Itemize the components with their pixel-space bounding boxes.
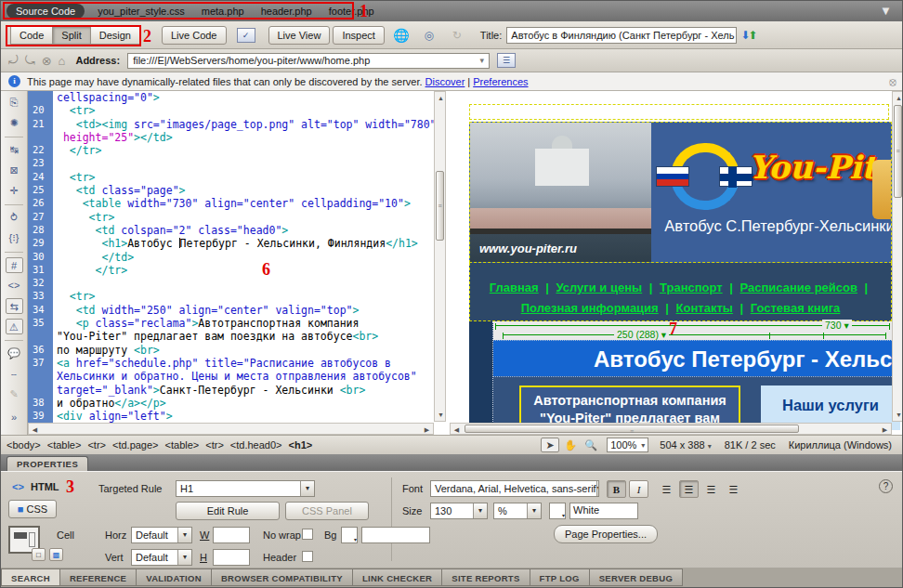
discover-link[interactable]: Discover — [425, 76, 465, 87]
forward-icon[interactable]: ⤿ — [25, 53, 35, 68]
code-line[interactable]: 36по маршруту <br> — [28, 344, 434, 357]
results-tab-search[interactable]: SEARCH — [1, 568, 60, 586]
code-line[interactable]: 33 <tr> — [28, 290, 434, 303]
design-view-button[interactable]: Design — [90, 26, 140, 45]
column-width-menu[interactable]: 250 (288) ▾ — [614, 329, 669, 340]
targeted-rule-select[interactable]: H1▾ — [176, 480, 315, 497]
bg-color-field[interactable] — [361, 527, 430, 543]
tag-selector-item[interactable]: <td.page> — [112, 439, 159, 451]
design-vertical-scrollbar[interactable]: ▲ ≡ ▼ — [892, 91, 903, 422]
code-line[interactable]: 26 <table width="730" align="center" cel… — [28, 197, 434, 210]
code-line[interactable]: 25 <td class="page"> — [28, 184, 434, 197]
balance-braces-icon[interactable]: {⁝} — [6, 230, 23, 246]
code-line[interactable]: cellspacing="0"> — [28, 91, 434, 104]
html-mode-button[interactable]: HTML — [31, 481, 59, 492]
results-tab-server-debug[interactable]: SERVER DEBUG — [590, 568, 683, 586]
vert-select[interactable]: Default▾ — [131, 549, 192, 566]
tag-selector-item[interactable]: <body> — [7, 439, 41, 451]
related-file-tab[interactable]: header.php — [261, 6, 312, 17]
code-line[interactable]: 39<div align="left"> — [28, 410, 434, 423]
code-line[interactable]: 27 <tr> — [28, 211, 434, 224]
collapse-full-tag-icon[interactable]: ↹ — [6, 142, 23, 158]
code-line[interactable]: 37<a href="schedule.php" title="Расписан… — [28, 357, 434, 370]
code-line[interactable]: 22 </tr> — [28, 144, 434, 157]
help-icon[interactable]: ? — [879, 479, 893, 493]
code-line[interactable]: 38и обратно</a></p> — [28, 397, 434, 410]
back-icon[interactable]: ⤾ — [8, 53, 19, 68]
toolbar-overflow-icon[interactable]: » — [6, 410, 23, 425]
design-banner[interactable]: You-Piter Автобус С.Петербург-Хельсинки … — [469, 122, 892, 263]
apply-comment-icon[interactable]: 💬 — [6, 346, 23, 361]
results-tab-browser-compatibility[interactable]: BROWSER COMPATIBILITY — [212, 568, 353, 586]
design-nav-link[interactable]: Полезная информация — [521, 301, 659, 315]
tag-selector-item[interactable]: <tr> — [205, 439, 224, 451]
align-center-icon[interactable]: ☰ — [679, 480, 699, 498]
design-view[interactable]: You-Piter Автобус С.Петербург-Хельсинки … — [450, 91, 903, 435]
tag-selector-item[interactable]: <td.head0> — [230, 439, 282, 451]
code-editor[interactable]: cellspacing="0">20 <tr>21 <td><img src="… — [28, 91, 434, 435]
filter-related-files-icon[interactable]: ▼︎ — [880, 4, 895, 19]
align-right-icon[interactable]: ☰ — [701, 480, 721, 498]
file-management-icon[interactable]: ⬇⬆ — [740, 29, 755, 42]
related-file-tab[interactable]: meta.php — [202, 6, 244, 17]
design-nav-link[interactable]: Транспорт — [660, 281, 723, 294]
italic-button[interactable]: I — [629, 480, 648, 498]
design-nav-link[interactable]: Гостевая книга — [751, 301, 841, 315]
code-line[interactable]: 23 — [28, 157, 434, 170]
code-view-button[interactable]: Code — [10, 26, 53, 45]
results-tab-site-reports[interactable]: SITE REPORTS — [442, 568, 530, 586]
header-checkbox[interactable] — [302, 551, 313, 562]
live-code-button[interactable]: Live Code — [162, 26, 227, 45]
font-select[interactable]: Verdana, Arial, Helvetica, sans-serif▾ — [430, 480, 599, 497]
split-view-button[interactable]: Split — [52, 26, 90, 45]
code-line[interactable]: 32 — [28, 277, 434, 290]
merge-cells-icon[interactable]: □ — [32, 548, 46, 561]
preferences-link[interactable]: Preferences — [473, 76, 528, 87]
browser-list-icon[interactable]: ☰ — [497, 53, 516, 68]
split-cell-icon[interactable]: ▩ — [49, 548, 63, 561]
address-input[interactable]: file:///E|/WebServers/home/you-piter/www… — [127, 53, 490, 69]
bg-color-swatch[interactable]: ▾ — [341, 527, 358, 543]
design-nav-link[interactable]: Расписание рейсов — [740, 281, 857, 294]
code-line[interactable]: target="_blank">Санкт-Петербург - Хельси… — [28, 384, 434, 397]
home-icon[interactable]: ⌂ — [59, 54, 66, 68]
remove-comment-icon[interactable]: ⧿ — [6, 366, 23, 382]
source-code-button[interactable]: Source Code — [7, 4, 85, 19]
syntax-error-alerts-icon[interactable]: ⚠ — [6, 319, 23, 334]
height-field[interactable] — [213, 549, 250, 566]
size-unit-select[interactable]: %▾ — [493, 503, 542, 519]
collapse-selection-icon[interactable]: ⊠ — [6, 163, 23, 178]
text-color-field[interactable]: White — [569, 503, 638, 519]
code-navigator-icon[interactable]: ✺ — [6, 115, 23, 131]
check-browser-compatibility-icon[interactable]: ✓ — [237, 28, 255, 43]
results-tab-ftp-log[interactable]: FTP LOG — [530, 568, 590, 586]
design-nav-link[interactable]: Услуги и цены — [556, 281, 643, 294]
line-numbers-icon[interactable]: # — [6, 257, 23, 273]
expand-all-icon[interactable]: ✛ — [6, 183, 23, 199]
title-input[interactable]: Автобус в Финляндию (Санкт Петербург - Х… — [506, 27, 737, 44]
horz-select[interactable]: Default▾ — [131, 527, 192, 543]
related-file-tab[interactable]: you_piter_style.css — [98, 6, 185, 17]
align-left-icon[interactable]: ☰ — [657, 480, 676, 498]
design-page-heading[interactable]: Автобус Петербург - Хельсин — [493, 340, 892, 376]
css-mode-button[interactable]: ■ CSS — [8, 500, 57, 518]
tag-selector-item[interactable]: <table> — [165, 439, 200, 451]
select-parent-tag-icon[interactable]: ⥁ — [6, 210, 23, 226]
code-line[interactable]: 28 <td colspan="2" class="head0"> — [28, 224, 434, 237]
word-wrap-icon[interactable]: ⇆ — [6, 298, 23, 314]
window-size-select[interactable]: 504 x 388 ▾ — [660, 439, 711, 451]
code-line[interactable]: 31 </tr> — [28, 264, 434, 277]
design-horizontal-scrollbar[interactable]: ◀ ≡ ▶ — [450, 423, 892, 435]
design-nav-link[interactable]: Главная — [490, 281, 539, 294]
width-field[interactable] — [213, 527, 250, 543]
magnification-select[interactable]: 100%▾ — [607, 438, 648, 452]
no-wrap-checkbox[interactable] — [302, 529, 313, 540]
file-status-icon[interactable]: ◎ — [419, 27, 439, 44]
code-line[interactable]: 35 <p class="reclama">Автотранспортная к… — [28, 317, 434, 330]
size-select[interactable]: 130▾ — [430, 503, 488, 519]
results-tab-reference[interactable]: REFERENCE — [60, 568, 137, 586]
code-line[interactable]: "You-Piter" предлагает вам поездки на ав… — [28, 330, 434, 343]
tag-selector-item[interactable]: <h1> — [289, 439, 313, 451]
code-line[interactable]: 34 <td width="250" align="center" valign… — [28, 304, 434, 317]
text-color-swatch[interactable]: ▾ — [549, 503, 566, 519]
